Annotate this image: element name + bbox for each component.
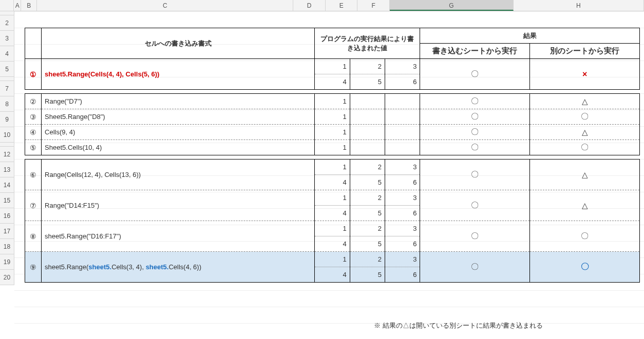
col-header-H[interactable]: H <box>514 0 644 11</box>
r9-d1[interactable]: 1 <box>315 252 350 267</box>
main-table: セルへの書き込み書式 プログラムの実行結果により書き込まれた値 結果 書き込むシ… <box>25 28 640 283</box>
r8-formula[interactable]: sheet5.Range("D16:F17") <box>42 221 315 252</box>
r7-d1[interactable]: 1 <box>315 190 350 206</box>
r4-f[interactable] <box>385 125 420 140</box>
r8-num: ⑧ <box>25 221 42 252</box>
col-header-D[interactable]: D <box>293 0 326 11</box>
r1-e5[interactable]: 5 <box>350 74 385 90</box>
r5-res-write: 〇 <box>420 140 530 155</box>
r3-e[interactable] <box>350 109 385 125</box>
r3-res-write: 〇 <box>420 109 530 125</box>
header-result: 結果 <box>420 28 640 44</box>
col-header-B[interactable]: B <box>21 0 37 11</box>
r8-f1[interactable]: 3 <box>385 221 420 236</box>
row-header-16[interactable]: 16 <box>0 208 14 224</box>
row-headers: 2 3 4 5 7 8 9 10 12 13 14 15 16 17 18 19… <box>0 11 14 285</box>
r9-res-write: 〇 <box>420 252 530 283</box>
r2-formula[interactable]: Range("D7") <box>42 94 315 109</box>
r6-d1[interactable]: 1 <box>315 159 350 175</box>
r7-e2[interactable]: 5 <box>350 206 385 221</box>
r4-res-other: △ <box>530 125 640 140</box>
row-header-7[interactable]: 7 <box>0 81 14 96</box>
r8-d2[interactable]: 4 <box>315 236 350 252</box>
r5-d[interactable]: 1 <box>315 140 350 155</box>
r2-res-other: △ <box>530 94 640 109</box>
header-result-other: 別のシートから実行 <box>530 44 640 59</box>
col-header-A[interactable]: A <box>14 0 21 11</box>
r9-formula[interactable]: sheet5.Range(sheet5.Cells(3, 4), sheet5.… <box>42 252 315 283</box>
r8-d1[interactable]: 1 <box>315 221 350 236</box>
r6-formula[interactable]: Range(Cells(12, 4), Cells(13, 6)) <box>42 159 315 190</box>
r6-f1[interactable]: 3 <box>385 159 420 175</box>
col-header-G[interactable]: G <box>390 0 514 11</box>
r4-d[interactable]: 1 <box>315 125 350 140</box>
r8-f2[interactable]: 6 <box>385 236 420 252</box>
row-header-12[interactable]: 12 <box>0 147 14 162</box>
r2-e[interactable] <box>350 94 385 109</box>
r1-d5[interactable]: 4 <box>315 74 350 90</box>
row-header-19[interactable]: 19 <box>0 254 14 270</box>
r2-f[interactable] <box>385 94 420 109</box>
row-header-4[interactable]: 4 <box>0 46 14 62</box>
r7-res-write: 〇 <box>420 190 530 221</box>
grid-area[interactable]: セルへの書き込み書式 プログラムの実行結果により書き込まれた値 結果 書き込むシ… <box>14 11 644 339</box>
r6-e2[interactable]: 5 <box>350 175 385 190</box>
r7-e1[interactable]: 2 <box>350 190 385 206</box>
row-header-10[interactable]: 10 <box>0 127 14 143</box>
r8-e1[interactable]: 2 <box>350 221 385 236</box>
r3-d[interactable]: 1 <box>315 109 350 125</box>
r7-res-other: △ <box>530 190 640 221</box>
r1-f5[interactable]: 6 <box>385 74 420 90</box>
r2-res-write: 〇 <box>420 94 530 109</box>
r3-f[interactable] <box>385 109 420 125</box>
r7-f1[interactable]: 3 <box>385 190 420 206</box>
r5-num: ⑤ <box>25 140 42 155</box>
r9-num: ⑨ <box>25 252 42 283</box>
r5-f[interactable] <box>385 140 420 155</box>
r1-e4[interactable]: 2 <box>350 59 385 74</box>
r5-e[interactable] <box>350 140 385 155</box>
row-header-14[interactable]: 14 <box>0 177 14 193</box>
col-header-C[interactable]: C <box>37 0 293 11</box>
col-header-E[interactable]: E <box>326 0 358 11</box>
r4-formula[interactable]: Cells(9, 4) <box>42 125 315 140</box>
row-header-5[interactable]: 5 <box>0 62 14 77</box>
row-header-3[interactable]: 3 <box>0 31 14 46</box>
r7-formula[interactable]: Range("D14:F15") <box>42 190 315 221</box>
r9-f2[interactable]: 6 <box>385 267 420 283</box>
r7-d2[interactable]: 4 <box>315 206 350 221</box>
row-header-11[interactable] <box>0 143 14 147</box>
r9-e2[interactable]: 5 <box>350 267 385 283</box>
r8-e2[interactable]: 5 <box>350 236 385 252</box>
row-header-8[interactable]: 8 <box>0 96 14 112</box>
row-header-9[interactable]: 9 <box>0 112 14 127</box>
col-header-F[interactable]: F <box>357 0 390 11</box>
row-header-6[interactable] <box>0 77 14 81</box>
r6-e1[interactable]: 2 <box>350 159 385 175</box>
r1-d4[interactable]: 1 <box>315 59 350 74</box>
r1-formula[interactable]: sheet5.Range(Cells(4, 4), Cells(5, 6)) <box>42 59 315 90</box>
column-headers: A B C D E F G H <box>0 0 644 11</box>
r6-f2[interactable]: 6 <box>385 175 420 190</box>
r2-d[interactable]: 1 <box>315 94 350 109</box>
row-header-18[interactable]: 18 <box>0 239 14 254</box>
row-header-17[interactable]: 17 <box>0 224 14 239</box>
r9-f1[interactable]: 3 <box>385 252 420 267</box>
header-num <box>25 28 42 59</box>
r9-e1[interactable]: 2 <box>350 252 385 267</box>
r5-formula[interactable]: Sheet5.Cells(10, 4) <box>42 140 315 155</box>
r1-f4[interactable]: 3 <box>385 59 420 74</box>
row-header-2[interactable]: 2 <box>0 15 14 31</box>
row-header-15[interactable]: 15 <box>0 193 14 208</box>
select-all-corner[interactable] <box>0 0 14 11</box>
r6-d2[interactable]: 4 <box>315 175 350 190</box>
r9-d2[interactable]: 4 <box>315 267 350 283</box>
r7-f2[interactable]: 6 <box>385 206 420 221</box>
row-header-1[interactable] <box>0 11 14 15</box>
row-header-20[interactable]: 20 <box>0 270 14 285</box>
r4-e[interactable] <box>350 125 385 140</box>
header-result-write: 書き込むシートから実行 <box>420 44 530 59</box>
r3-formula[interactable]: Sheet5.Range("D8") <box>42 109 315 125</box>
r9-blue1: sheet5. <box>88 263 111 271</box>
row-header-13[interactable]: 13 <box>0 162 14 177</box>
